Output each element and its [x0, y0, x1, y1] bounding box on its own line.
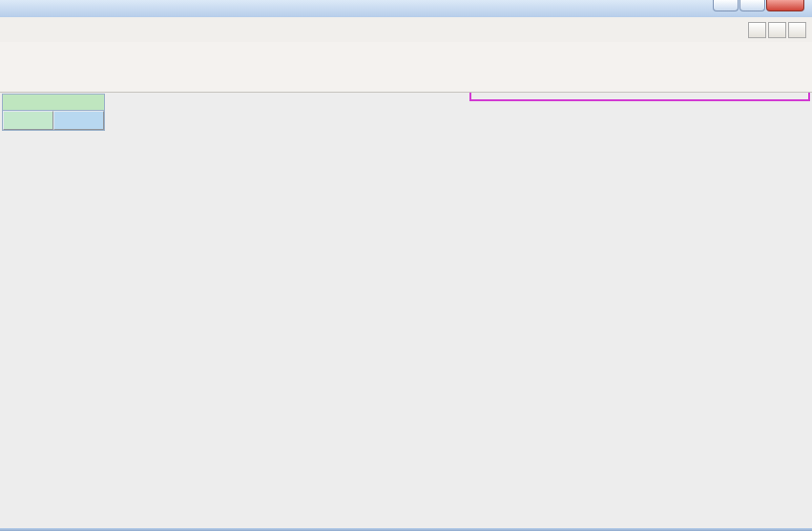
mdi-restore-button[interactable]: [768, 22, 786, 38]
mdi-close-button[interactable]: [788, 22, 806, 38]
menu-bar: [0, 17, 812, 43]
calc-support-button[interactable]: [53, 111, 104, 130]
tools-toolbar: [0, 67, 812, 93]
app-window: [0, 0, 812, 531]
mdi-minimize-button[interactable]: [748, 22, 766, 38]
maximize-button[interactable]: [739, 0, 765, 11]
main-toolbar: [0, 42, 812, 68]
minimize-button[interactable]: [713, 0, 739, 11]
panel-title: [3, 95, 104, 111]
calc-resistance-button[interactable]: [3, 111, 53, 130]
title-bar[interactable]: [0, 0, 812, 18]
index-info-panel: [2, 94, 105, 131]
close-button[interactable]: [766, 0, 804, 11]
